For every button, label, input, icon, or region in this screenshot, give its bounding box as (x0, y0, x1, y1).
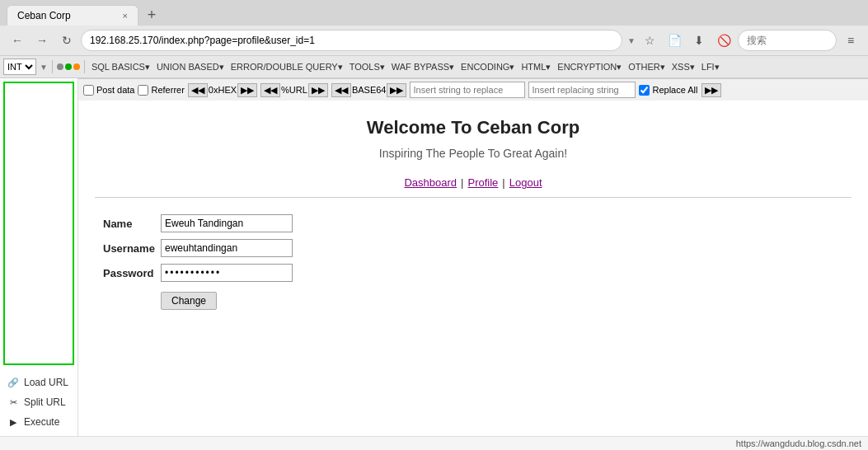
base64-encode-btn[interactable]: ▶▶ (387, 83, 406, 97)
nav-links: Dashboard | Profile | Logout (95, 176, 852, 198)
active-tab[interactable]: Ceban Corp × (7, 5, 138, 26)
sidebar-item-load-url-label: Load URL (24, 377, 68, 388)
replace-all-checkbox-label[interactable]: Replace All (639, 85, 697, 96)
tab-close-button[interactable]: × (123, 11, 128, 21)
injection-type-select[interactable]: INT (3, 59, 36, 75)
profile-form: Name Username Password Change (95, 214, 852, 310)
nav-sep-2: | (502, 176, 504, 189)
encoding-toolbar: Post data Referrer ◀◀ 0xHEX ▶▶ ◀◀ %URL ▶… (78, 78, 868, 101)
menu-icon[interactable]: ≡ (840, 30, 861, 51)
password-label: Password (103, 267, 161, 279)
menu-error-double[interactable]: ERROR/DOUBLE QUERY▾ (228, 61, 345, 73)
page-subtitle: Inspiring The People To Great Again! (95, 147, 852, 160)
menu-sql-basics[interactable]: SQL BASICS▾ (89, 61, 152, 73)
search-input[interactable] (738, 30, 837, 51)
dropdown-arrow-icon: ▼ (627, 36, 636, 45)
post-data-checkbox-label[interactable]: Post data (83, 85, 134, 96)
forward-button[interactable]: → (31, 30, 53, 51)
sidebar-item-split-url[interactable]: ✂ Split URL (0, 392, 77, 412)
url-label: %URL (281, 85, 307, 95)
status-url: https://wangdudu.blog.csdn.net (736, 438, 861, 448)
sidebar-item-execute[interactable]: ▶ Execute (0, 412, 77, 432)
nav-profile[interactable]: Profile (467, 176, 498, 189)
tab-title: Ceban Corp (17, 10, 116, 21)
status-dot-orange (73, 63, 80, 70)
username-input[interactable] (161, 239, 293, 257)
username-label: Username (103, 242, 161, 255)
sidebar-item-split-url-label: Split URL (24, 396, 66, 408)
url-input[interactable] (81, 30, 622, 51)
nav-sep-1: | (461, 176, 463, 189)
main-layout: 🔗 Load URL ✂ Split URL ▶ Execute Post da… (0, 78, 868, 436)
hex-decode-btn[interactable]: ◀◀ (188, 83, 208, 97)
page-title: Welcome To Ceban Corp (95, 117, 852, 138)
menu-tools[interactable]: TOOLS▾ (347, 61, 387, 73)
password-row: Password (103, 264, 843, 282)
noscript-icon[interactable]: 🚫 (713, 30, 734, 51)
split-url-icon: ✂ (7, 396, 20, 409)
url-display-area (3, 82, 74, 365)
nav-dashboard[interactable]: Dashboard (404, 176, 457, 189)
reader-icon[interactable]: 📄 (664, 30, 685, 51)
new-tab-button[interactable]: + (142, 6, 162, 26)
url-encode-btn[interactable]: ▶▶ (308, 83, 328, 97)
toolbar-divider-1 (52, 60, 53, 73)
status-dot-gray (57, 63, 63, 70)
change-button[interactable]: Change (161, 292, 217, 310)
url-decode-btn[interactable]: ◀◀ (260, 83, 280, 97)
menu-union-based[interactable]: UNION BASED▾ (154, 61, 227, 73)
hex-encode-btn[interactable]: ▶▶ (237, 83, 257, 97)
insert-replacing-input[interactable] (528, 82, 636, 98)
name-row: Name (103, 214, 843, 232)
post-data-label: Post data (96, 85, 134, 95)
name-label: Name (103, 218, 161, 230)
change-btn-row: Change (103, 288, 843, 310)
content-wrapper: Post data Referrer ◀◀ 0xHEX ▶▶ ◀◀ %URL ▶… (78, 78, 868, 436)
menu-lfi[interactable]: LFI▾ (699, 61, 722, 73)
plugin-toolbar: INT ▼ SQL BASICS▾ UNION BASED▾ ERROR/DOU… (0, 56, 868, 78)
status-dot-green (65, 63, 72, 70)
menu-html[interactable]: HTML▾ (518, 61, 553, 73)
referrer-checkbox[interactable] (138, 85, 148, 96)
toolbar-dropdown-icon: ▼ (40, 63, 48, 72)
sidebar: 🔗 Load URL ✂ Split URL ▶ Execute (0, 368, 77, 436)
base64-label: BASE64 (352, 85, 387, 95)
password-input[interactable] (161, 264, 293, 282)
base64-encode-group: ◀◀ BASE64 ▶▶ (331, 83, 407, 97)
name-input[interactable] (161, 214, 293, 232)
hex-label: 0xHEX (209, 85, 237, 95)
bookmark-icon[interactable]: ☆ (639, 30, 660, 51)
sidebar-item-load-url[interactable]: 🔗 Load URL (0, 373, 77, 392)
address-bar: ← → ↻ ▼ ☆ 📄 ⬇ 🚫 ≡ (0, 26, 868, 55)
username-row: Username (103, 239, 843, 257)
hex-encode-group: ◀◀ 0xHEX ▶▶ (188, 83, 257, 97)
back-button[interactable]: ← (7, 30, 28, 51)
referrer-label: Referrer (151, 85, 184, 95)
menu-other[interactable]: OTHER▾ (626, 61, 668, 73)
sidebar-item-execute-label: Execute (24, 416, 59, 428)
menu-xss[interactable]: XSS▾ (669, 61, 697, 73)
execute-icon: ▶ (7, 415, 20, 429)
referrer-checkbox-label[interactable]: Referrer (138, 85, 184, 96)
url-encode-group: ◀◀ %URL ▶▶ (260, 83, 328, 97)
base64-decode-btn[interactable]: ◀◀ (331, 83, 351, 97)
toolbar-divider-2 (84, 60, 85, 73)
load-url-icon: 🔗 (7, 376, 20, 389)
status-bar: https://wangdudu.blog.csdn.net (0, 436, 868, 450)
download-icon[interactable]: ⬇ (688, 30, 710, 51)
replace-all-checkbox[interactable] (639, 85, 650, 96)
tab-bar: Ceban Corp × + (0, 0, 868, 26)
menu-waf-bypass[interactable]: WAF BYPASS▾ (389, 61, 457, 73)
nav-logout[interactable]: Logout (509, 176, 542, 189)
menu-encryption[interactable]: ENCRYPTION▾ (555, 61, 624, 73)
browser-chrome: Ceban Corp × + ← → ↻ ▼ ☆ 📄 ⬇ 🚫 ≡ (0, 0, 868, 56)
post-data-checkbox[interactable] (83, 85, 94, 96)
replace-all-label: Replace All (652, 85, 697, 95)
replace-execute-btn[interactable]: ▶▶ (701, 83, 721, 97)
page-content: Welcome To Ceban Corp Inspiring The Peop… (78, 101, 868, 436)
insert-replace-input[interactable] (410, 82, 525, 98)
menu-encoding[interactable]: ENCODING▾ (458, 61, 517, 73)
refresh-button[interactable]: ↻ (56, 30, 77, 51)
